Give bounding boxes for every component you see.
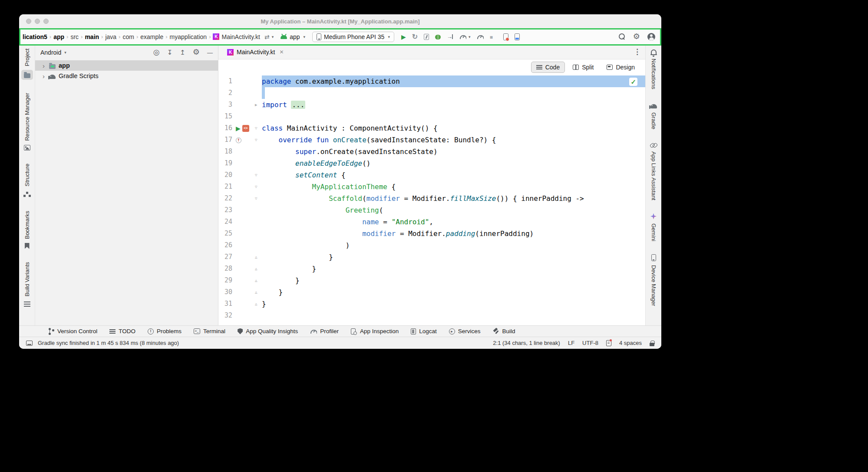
chevron-right-icon[interactable]: ›	[41, 62, 46, 69]
code-text[interactable]: setContent {	[262, 169, 645, 181]
tool-button-logcat[interactable]: Logcat	[411, 328, 437, 334]
code-text[interactable]: override fun onCreate(savedInstanceState…	[262, 134, 645, 146]
code-text[interactable]: Scaffold(modifier = Modifier.fillMaxSize…	[262, 193, 645, 204]
code-line[interactable]: 26 )	[218, 239, 645, 251]
tool-stripe-notifications[interactable]: Notifications	[650, 49, 657, 89]
breadcrumb-item-main[interactable]: main	[84, 33, 100, 41]
profile-low-overhead-button[interactable]	[477, 35, 484, 39]
code-text[interactable]: enableEdgeToEdge()	[262, 157, 645, 169]
minimize-window-button[interactable]	[35, 19, 40, 24]
code-text[interactable]: }	[262, 251, 645, 263]
tool-stripe-structure[interactable]: Structure	[23, 164, 31, 198]
tool-stripe-bookmarks[interactable]: Bookmarks	[24, 211, 30, 249]
code-line[interactable]: 27▵ }	[218, 251, 645, 263]
more-options-icon[interactable]	[634, 48, 641, 56]
tree-item-app[interactable]: ›app	[35, 60, 218, 71]
panel-settings-button[interactable]	[193, 48, 200, 56]
attach-debugger-button[interactable]	[447, 34, 453, 39]
breadcrumb-item-mainactivity-kt[interactable]: MainActivity.kt	[212, 33, 261, 41]
code-text[interactable]	[262, 310, 645, 321]
code-text[interactable]: import ...	[262, 99, 645, 111]
tool-stripe-gradle[interactable]: Gradle	[650, 102, 657, 129]
code-line[interactable]: 22▿ Scaffold(modifier = Modifier.fillMax…	[218, 193, 645, 204]
chevron-right-icon[interactable]: ›	[41, 72, 46, 80]
code-line[interactable]: 19 enableEdgeToEdge()	[218, 157, 645, 169]
lock-icon[interactable]	[650, 343, 654, 346]
code-line[interactable]: 15	[218, 111, 645, 122]
code-line[interactable]: 21▿ MyApplicationTheme {	[218, 181, 645, 193]
code-line[interactable]: 31▵}	[218, 298, 645, 310]
view-mode-split[interactable]: Split	[568, 62, 599, 73]
device-manager-button[interactable]	[515, 33, 520, 40]
code-line[interactable]: 32	[218, 310, 645, 321]
code-line[interactable]: 24 name = "Android",	[218, 216, 645, 228]
override-icon[interactable]	[236, 138, 241, 143]
fold-marker[interactable]: ▵	[255, 263, 257, 275]
tool-stripe-build-variants[interactable]: Build Variants	[24, 262, 30, 308]
tool-button-todo[interactable]: TODO	[109, 328, 135, 334]
hide-panel-button[interactable]	[207, 49, 213, 56]
collapse-all-button[interactable]	[180, 49, 185, 56]
breadcrumb-item-myapplication[interactable]: myapplication	[169, 33, 208, 41]
project-view-selector[interactable]: Android	[40, 49, 61, 56]
code-text[interactable]: }	[262, 263, 645, 275]
inspection-widget[interactable]	[629, 78, 637, 86]
caret-position[interactable]: 2:1 (34 chars, 1 line break)	[493, 340, 560, 346]
zoom-window-button[interactable]	[43, 19, 49, 24]
notebook-icon[interactable]	[606, 340, 611, 346]
tool-button-terminal[interactable]: Terminal	[194, 328, 225, 334]
view-mode-design[interactable]: Design	[601, 62, 640, 73]
tool-stripe-resource-manager[interactable]: Resource Manager	[24, 93, 30, 151]
run-button[interactable]	[401, 33, 406, 41]
close-window-button[interactable]	[26, 19, 31, 24]
code-text[interactable]: MyApplicationTheme {	[262, 181, 645, 193]
fold-marker[interactable]: ▵	[255, 298, 257, 310]
profile-account-button[interactable]	[647, 33, 655, 41]
code-text[interactable]	[262, 87, 645, 99]
code-line[interactable]: 20▿ setContent {	[218, 169, 645, 181]
search-everywhere-button[interactable]	[618, 33, 626, 40]
device-selector[interactable]: Medium Phone API 35▾	[312, 32, 394, 42]
code-text[interactable]: class MainActivity : ComponentActivity()…	[262, 122, 645, 134]
fold-marker[interactable]: ▵	[255, 286, 257, 298]
tool-button-problems[interactable]: Problems	[148, 328, 182, 334]
breadcrumb-item-lication5[interactable]: lication5	[22, 33, 48, 41]
code-line[interactable]: 2	[218, 87, 645, 99]
tool-button-build[interactable]: Build	[493, 328, 515, 334]
settings-button[interactable]	[633, 33, 640, 41]
code-line[interactable]: 16▿class MainActivity : ComponentActivit…	[218, 122, 645, 134]
code-text[interactable]: }	[262, 298, 645, 310]
code-line[interactable]: 3▸import ...	[218, 99, 645, 111]
fold-marker[interactable]: ▿	[255, 181, 257, 193]
editor-tab-mainactivity-kt[interactable]: MainActivity.kt✕	[223, 45, 288, 59]
run-configuration-selector[interactable]: app▾	[277, 32, 309, 42]
fold-marker[interactable]: ▿	[255, 134, 257, 146]
tool-stripe-app-links-assistant[interactable]: App Links Assistant	[650, 142, 657, 200]
file-encoding[interactable]: UTF-8	[582, 340, 598, 346]
running-devices-button[interactable]	[503, 33, 508, 40]
breadcrumb-item-src[interactable]: src	[69, 33, 79, 41]
breadcrumb-item-example[interactable]: example	[139, 33, 164, 41]
breadcrumb-item-app[interactable]: app	[53, 33, 65, 41]
code-text[interactable]: super.onCreate(savedInstanceState)	[262, 146, 645, 157]
code-text[interactable]: }	[262, 275, 645, 286]
tree-item-gradle-scripts[interactable]: ›Gradle Scripts	[35, 71, 218, 81]
breadcrumb-item-java[interactable]: java	[104, 33, 117, 41]
tool-stripe-project[interactable]: Project	[21, 49, 33, 80]
code-line[interactable]: 23 Greeting(	[218, 204, 645, 216]
fold-marker[interactable]: ▿	[255, 122, 257, 134]
tool-button-profiler[interactable]: Profiler	[310, 328, 339, 334]
tool-stripe-device-manager[interactable]: Device Manager	[650, 254, 657, 306]
profiler-button[interactable]: ▾	[459, 35, 471, 39]
indent-setting[interactable]: 4 spaces	[619, 340, 642, 346]
code-line[interactable]: 1package com.example.myapplication	[218, 75, 645, 87]
compose-preview-icon[interactable]	[242, 125, 249, 132]
code-editor[interactable]: 1package com.example.myapplication23▸imp…	[218, 75, 645, 321]
tool-button-app-inspection[interactable]: App Inspection	[351, 328, 399, 334]
fold-marker[interactable]: ▿	[255, 193, 257, 204]
code-line[interactable]: 25 modifier = Modifier.padding(innerPadd…	[218, 228, 645, 239]
tool-button-version-control[interactable]: Version Control	[48, 328, 97, 334]
screen-icon[interactable]	[26, 341, 33, 346]
code-line[interactable]: 17▿ override fun onCreate(savedInstanceS…	[218, 134, 645, 146]
breadcrumb-item-com[interactable]: com	[122, 33, 135, 41]
